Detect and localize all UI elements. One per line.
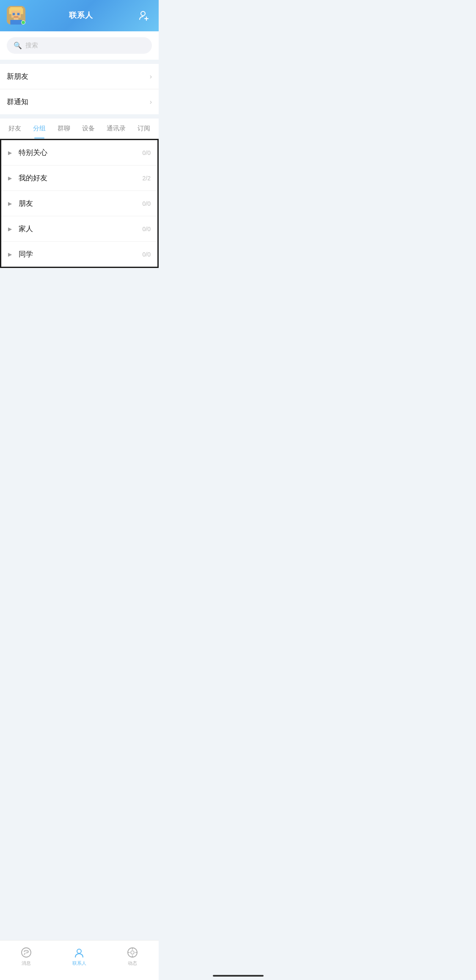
group-count-friends: 0/0 <box>143 200 151 207</box>
tabs-container: 好友 分组 群聊 设备 通讯录 订阅 <box>0 119 159 139</box>
group-family[interactable]: ▶ 家人 0/0 <box>1 216 157 242</box>
group-name-family: 家人 <box>19 224 33 234</box>
group-notify-label: 群通知 <box>7 97 28 107</box>
empty-area <box>0 268 159 429</box>
group-notify-item[interactable]: 群通知 › <box>0 89 159 114</box>
new-friends-arrow: › <box>150 73 152 80</box>
group-count-classmates: 0/0 <box>143 251 151 258</box>
svg-rect-10 <box>10 20 22 25</box>
tab-contacts[interactable]: 通讯录 <box>101 119 132 138</box>
group-arrow-family: ▶ <box>8 226 12 232</box>
svg-rect-8 <box>14 17 19 18</box>
header: 联系人 <box>0 0 159 31</box>
search-container: 🔍 搜索 <box>0 31 159 60</box>
search-placeholder: 搜索 <box>25 41 38 50</box>
group-friends[interactable]: ▶ 朋友 0/0 <box>1 191 157 216</box>
group-special-care[interactable]: ▶ 特别关心 0/0 <box>1 140 157 166</box>
group-arrow-classmates: ▶ <box>8 251 12 257</box>
search-icon: 🔍 <box>14 41 22 50</box>
new-friends-item[interactable]: 新朋友 › <box>0 64 159 89</box>
group-name-special-care: 特别关心 <box>19 148 47 157</box>
group-arrow-special-care: ▶ <box>8 150 12 156</box>
group-notify-arrow: › <box>150 98 152 106</box>
search-bar[interactable]: 🔍 搜索 <box>7 37 152 54</box>
svg-rect-6 <box>13 13 15 16</box>
groups-list: ▶ 特别关心 0/0 ▶ 我的好友 2/2 ▶ 朋友 0/0 ▶ 家人 0/0 … <box>0 139 159 268</box>
user-avatar[interactable] <box>7 6 25 25</box>
group-name-friends: 朋友 <box>19 199 33 208</box>
svg-point-11 <box>141 11 145 16</box>
tab-subscriptions[interactable]: 订阅 <box>132 119 156 138</box>
tab-devices[interactable]: 设备 <box>76 119 101 138</box>
group-name-my-friends: 我的好友 <box>19 173 47 183</box>
group-arrow-friends: ▶ <box>8 201 12 207</box>
group-classmates[interactable]: ▶ 同学 0/0 <box>1 242 157 267</box>
group-count-special-care: 0/0 <box>143 149 151 156</box>
group-count-family: 0/0 <box>143 226 151 232</box>
tab-friends[interactable]: 好友 <box>3 119 27 138</box>
group-name-classmates: 同学 <box>19 249 33 259</box>
new-friends-label: 新朋友 <box>7 72 28 81</box>
online-indicator <box>21 20 25 25</box>
add-contact-button[interactable] <box>137 8 152 23</box>
svg-rect-1 <box>10 7 22 11</box>
group-arrow-my-friends: ▶ <box>8 175 12 181</box>
svg-rect-7 <box>17 13 20 16</box>
page-title: 联系人 <box>69 10 93 20</box>
add-contact-icon <box>138 9 150 21</box>
group-my-friends[interactable]: ▶ 我的好友 2/2 <box>1 166 157 191</box>
tab-groups[interactable]: 分组 <box>27 119 52 138</box>
svg-rect-9 <box>14 18 19 20</box>
group-count-my-friends: 2/2 <box>143 175 151 182</box>
menu-section: 新朋友 › 群通知 › <box>0 64 159 114</box>
svg-rect-3 <box>21 8 23 14</box>
tab-group-chat[interactable]: 群聊 <box>52 119 76 138</box>
